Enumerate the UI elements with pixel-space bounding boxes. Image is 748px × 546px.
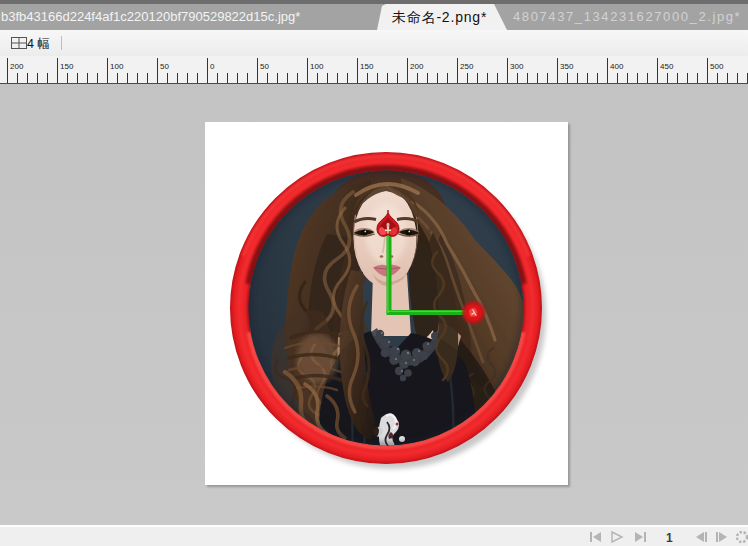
svg-text:250: 250 xyxy=(460,62,474,71)
svg-text:150: 150 xyxy=(60,62,74,71)
svg-text:200: 200 xyxy=(10,62,24,71)
svg-text:50: 50 xyxy=(160,62,169,71)
svg-text:400: 400 xyxy=(610,62,624,71)
svg-text:450: 450 xyxy=(660,62,674,71)
svg-text:300: 300 xyxy=(510,62,524,71)
svg-text:100: 100 xyxy=(310,62,324,71)
svg-text:200: 200 xyxy=(410,62,424,71)
svg-text:350: 350 xyxy=(560,62,574,71)
svg-text:500: 500 xyxy=(710,62,724,71)
svg-text:50: 50 xyxy=(260,62,269,71)
svg-text:150: 150 xyxy=(360,62,374,71)
svg-text:0: 0 xyxy=(210,62,215,71)
svg-text:100: 100 xyxy=(110,62,124,71)
svg-text:1: 1 xyxy=(666,531,673,543)
